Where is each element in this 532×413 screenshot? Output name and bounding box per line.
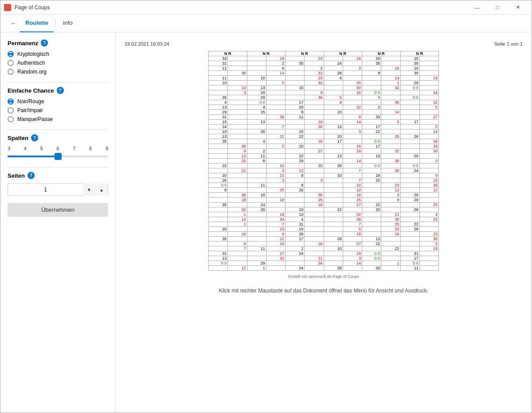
table-cell: [343, 100, 362, 105]
table-cell: 9: [362, 95, 381, 100]
table-cell: 25: [228, 159, 247, 164]
table-cell: [228, 66, 247, 71]
table-cell: [324, 188, 343, 193]
table-cell: 12: [343, 188, 362, 193]
table-cell: 1: [381, 81, 400, 86]
table-cell: 1: [381, 261, 400, 266]
table-cell: 28: [324, 237, 343, 242]
table-cell: 9: [228, 149, 247, 154]
table-cell: 3: [305, 178, 324, 183]
maximize-button[interactable]: □: [487, 0, 508, 15]
seiten-up-button[interactable]: ▲: [95, 183, 108, 196]
radio-manque-passe[interactable]: Manque/Passe: [8, 116, 108, 122]
table-cell: [247, 164, 266, 168]
table-cell: 4: [247, 139, 266, 144]
table-cell: 24: [400, 168, 419, 173]
seiten-help-badge[interactable]: ?: [27, 172, 35, 179]
radio-authentisch[interactable]: Authentisch: [8, 60, 108, 66]
table-cell: 29: [247, 261, 266, 266]
table-cell: 26: [247, 129, 266, 134]
tab-info[interactable]: Info: [58, 15, 78, 32]
table-cell: [286, 81, 305, 86]
table-cell: [209, 144, 228, 149]
table-cell: [228, 251, 247, 256]
seiten-down-button[interactable]: ▼: [83, 183, 95, 196]
permanenz-help-badge[interactable]: ?: [41, 39, 48, 47]
table-cell: 13: [324, 125, 343, 129]
table-cell: [400, 242, 419, 246]
radio-authentisch-circle: [8, 60, 14, 66]
spalten-slider-thumb[interactable]: [55, 153, 62, 160]
radio-pair-impair[interactable]: Pair/Impair: [8, 107, 108, 113]
table-cell: [209, 212, 228, 217]
table-cell: 13: [209, 134, 228, 139]
table-cell: 0 0: [362, 251, 381, 256]
radio-kryptologisch[interactable]: Kryptologisch: [8, 51, 108, 57]
table-cell: 29: [400, 81, 419, 86]
table-cell: [381, 129, 400, 134]
table-cell: [247, 66, 266, 71]
table-cell: 26: [247, 207, 266, 212]
table-cell: [400, 183, 419, 188]
table-cell: [381, 178, 400, 183]
table-cell: [266, 183, 285, 188]
table-cell: 2: [266, 61, 285, 66]
table-cell: 30: [305, 193, 324, 198]
tab-roulette[interactable]: Roulette: [20, 15, 54, 32]
apply-button[interactable]: Übernehmen: [8, 203, 108, 217]
permanenz-table: N R N R N R N R N R N R 3318231629153123…: [208, 51, 439, 271]
radio-random[interactable]: Random.org: [8, 69, 108, 75]
table-cell: 2: [286, 246, 305, 251]
table-cell: 16: [343, 144, 362, 149]
table-cell: [209, 154, 228, 159]
content-area: Permanenz ? Kryptologisch Authentisch Ra…: [0, 32, 532, 413]
doc-footer: Erstellt mit casinosoft.de Page of Coups: [125, 274, 523, 279]
table-cell: 10: [286, 207, 305, 212]
table-cell: [324, 251, 343, 256]
table-cell: [305, 173, 324, 178]
table-cell: 5: [419, 242, 438, 246]
table-cell: [266, 193, 285, 198]
table-cell: 2: [419, 212, 438, 217]
table-cell: [324, 261, 343, 266]
minimize-button[interactable]: —: [467, 0, 487, 15]
table-cell: [419, 120, 438, 125]
table-cell: [228, 134, 247, 139]
table-cell: 23: [381, 183, 400, 188]
table-cell: [228, 120, 247, 125]
table-cell: [228, 227, 247, 232]
close-button[interactable]: ✕: [508, 0, 528, 15]
doc-header: 19.02.2021 16:03:24 Seite 1 von 1: [125, 41, 523, 47]
table-cell: 21: [266, 134, 285, 139]
table-cell: [286, 71, 305, 76]
table-cell: 19: [419, 76, 438, 81]
table-cell: 5: [381, 120, 400, 125]
table-cell: [247, 237, 266, 242]
table-cell: [286, 149, 305, 154]
table-cell: 23: [266, 227, 285, 232]
table-cell: [247, 56, 266, 61]
permanenz-section-title: Permanenz ?: [8, 39, 108, 47]
table-cell: 22: [362, 203, 381, 207]
table-cell: [381, 237, 400, 242]
table-cell: 33: [324, 173, 343, 178]
table-cell: [419, 222, 438, 227]
table-cell: [266, 95, 285, 100]
radio-noir-rouge[interactable]: Noir/Rouge: [8, 98, 108, 105]
table-cell: [419, 227, 438, 232]
spalten-help-badge[interactable]: ?: [31, 134, 38, 141]
table-cell: [305, 134, 324, 139]
table-cell: 15: [209, 120, 228, 125]
table-cell: [343, 134, 362, 139]
app-icon: [4, 4, 11, 11]
back-button[interactable]: ←: [8, 17, 20, 30]
table-cell: [228, 129, 247, 134]
table-cell: 30: [305, 164, 324, 168]
table-cell: 10: [324, 110, 343, 115]
table-cell: [362, 183, 381, 188]
einfache-chance-help-badge[interactable]: ?: [57, 87, 64, 94]
table-cell: [419, 61, 438, 66]
table-cell: [247, 222, 266, 227]
table-cell: [209, 242, 228, 246]
table-cell: [419, 256, 438, 261]
